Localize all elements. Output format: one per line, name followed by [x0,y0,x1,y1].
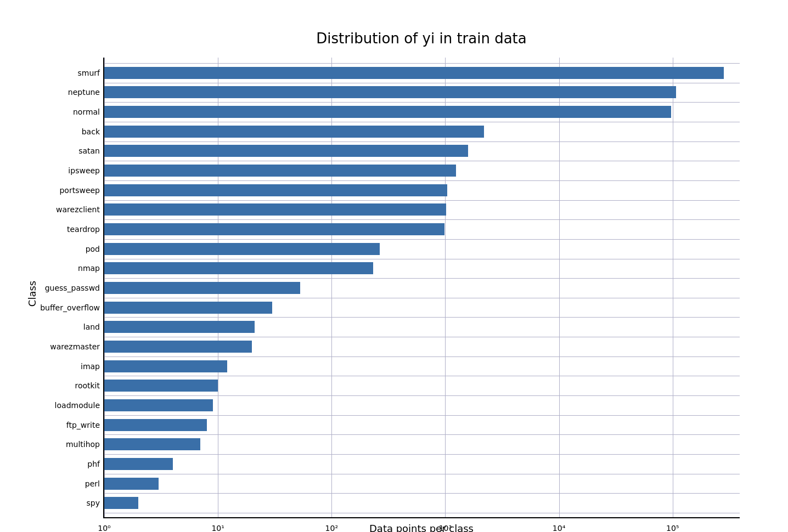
bar-label: satan [78,145,104,157]
bar-label: multihop [66,438,104,450]
grid-line-horizontal [104,513,740,513]
bar [104,302,272,314]
bar [104,67,724,79]
table-row: guess_passwd [104,282,740,297]
bar [104,458,173,470]
table-row: warezmaster [104,341,740,356]
x-tick-label: 10⁵ [666,524,679,532]
bar-label: land [83,321,104,333]
table-row: warezclient [104,203,740,219]
y-axis-label: Class [26,281,38,307]
table-row: nmap [104,262,740,278]
x-tick-label: 10¹ [211,524,224,532]
bar-label: ftp_write [66,419,104,431]
grid-line-horizontal [104,493,740,494]
grid-line-horizontal [104,63,740,64]
bar [104,165,456,177]
grid-line-horizontal [104,142,740,142]
table-row: buffer_overflow [104,302,740,317]
table-row: ipsweep [104,165,740,180]
grid-line-horizontal [104,298,740,298]
bar-label: guess_passwd [45,282,104,294]
x-axis-label: Data points per class [103,523,740,532]
bar-label: neptune [68,86,104,98]
grid-line-horizontal [104,180,740,181]
bar-label: smurf [78,67,105,79]
bar [104,341,252,353]
bar [104,399,213,411]
grid-line-horizontal [104,434,740,435]
grid-line-horizontal [104,376,740,376]
table-row: teardrop [104,223,740,239]
table-row: rootkit [104,380,740,395]
bar [104,126,484,138]
table-row: loadmodule [104,399,740,415]
table-row: neptune [104,86,740,101]
bar-label: phf [87,458,104,470]
table-row: satan [104,145,740,160]
bar-label: ipsweep [68,165,104,177]
grid-line-horizontal [104,200,740,201]
bar [104,106,671,118]
bar-label: portsweep [59,184,104,196]
bar [104,380,218,392]
grid-line-horizontal [104,259,740,259]
grid-line-horizontal [104,278,740,279]
bar-label: normal [73,106,104,118]
table-row: multihop [104,438,740,454]
grid-line-horizontal [104,356,740,357]
bar-label: warezclient [56,203,104,216]
table-row: phf [104,458,740,473]
grid-line-horizontal [104,239,740,240]
x-tick-label: 10³ [439,524,452,532]
x-tick-label: 10⁰ [98,524,110,532]
bar-label: loadmodule [55,399,104,411]
bar [104,262,373,274]
bar [104,438,200,450]
grid-line-horizontal [104,395,740,396]
x-tick-label: 10² [325,524,338,532]
table-row: imap [104,360,740,376]
table-row: perl [104,478,740,493]
grid-line-horizontal [104,474,740,474]
bar-label: rootkit [75,380,104,392]
grid-line-horizontal [104,122,740,122]
grid-line-horizontal [104,454,740,455]
table-row: ftp_write [104,419,740,434]
bar-label: nmap [78,262,104,274]
bar-label: buffer_overflow [40,302,104,314]
bar [104,223,444,235]
grid-line-horizontal [104,161,740,161]
grid-line-horizontal [104,317,740,318]
grid-line-horizontal [104,415,740,416]
table-row: land [104,321,740,336]
table-row: smurf [104,67,740,82]
bar [104,360,227,372]
bar-label: spy [87,497,104,509]
bar-label: pod [86,243,104,255]
chart-title: Distribution of yi in train data [103,30,740,47]
bar-label: back [82,126,104,138]
table-row: portsweep [104,184,740,200]
bar [104,497,138,509]
table-row: back [104,126,740,141]
bar [104,184,447,196]
grid-line-horizontal [104,83,740,83]
grid-line-horizontal [104,337,740,337]
grid-line-horizontal [104,102,740,103]
bar [104,86,676,98]
bar [104,203,446,216]
bar-label: teardrop [67,223,104,235]
bar [104,145,468,157]
chart-container: Distribution of yi in train data Class 1… [15,8,773,524]
bar-label: warezmaster [50,341,104,353]
bar [104,321,255,333]
bar-label: imap [81,360,104,372]
table-row: pod [104,243,740,258]
table-row: spy [104,497,740,512]
bar [104,478,159,490]
grid-line-horizontal [104,219,740,220]
bar-label: perl [85,478,104,490]
bar [104,243,380,255]
bar [104,282,300,294]
